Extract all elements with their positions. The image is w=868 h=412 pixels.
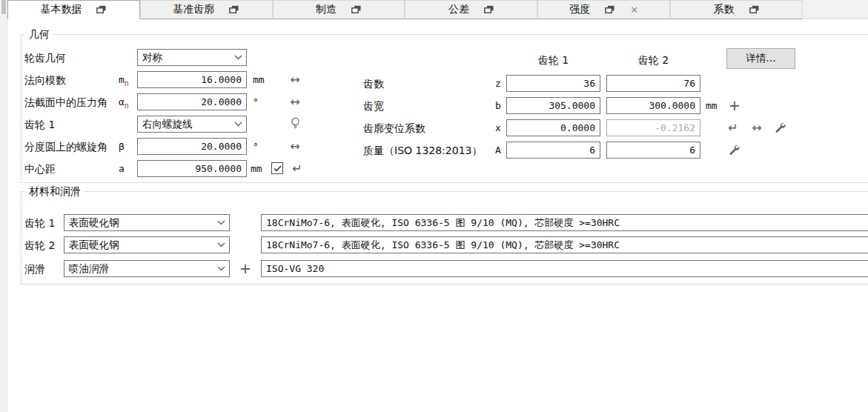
material-gear1-spec-field[interactable]: 18CrNiMo7-6, 表面硬化, ISO 6336-5 图 9/10 (MQ… [261,214,868,231]
material-gear2-label: 齿轮 2 [24,238,55,253]
material-gear1-label: 齿轮 1 [24,216,55,230]
helix-direction-select[interactable]: 右向螺旋线 [137,116,247,133]
materials-legend: 材料和润滑 [25,185,85,197]
pressure-angle-input[interactable]: 20.0000 [137,93,247,110]
selected-value: 右向螺旋线 [142,118,193,131]
teeth-gear2-input[interactable]: 76 [606,75,700,92]
tooth-geometry-label: 轮齿几何 [24,50,66,65]
tab-label: 公差 [448,3,469,16]
profile-shift-label: 齿廓变位系数 [363,121,425,136]
tab-strength[interactable]: 强度 ✕ [537,0,670,19]
helix-angle-unit: ° [253,138,259,155]
convert-swap-icon[interactable]: ↔ [288,138,302,155]
chevron-down-icon [217,266,225,271]
profile-shift-gear2-input: -0.2162 [606,119,700,136]
tab-basic-data[interactable]: 基本数据 [7,0,140,19]
lubrication-label: 润滑 [24,262,45,276]
profile-shift-symbol: x [495,121,501,136]
center-distance-symbol: a [119,162,125,176]
helix-angle-input[interactable]: 20.0000 [137,138,247,155]
normal-module-input[interactable]: 16.0000 [137,71,247,88]
pressure-angle-symbol: αn [119,95,129,113]
center-distance-unit: mm [251,160,262,177]
chevron-down-icon [234,55,242,60]
tab-bar-filler [803,0,868,19]
sizing-wrench-icon[interactable] [728,144,740,156]
helix-angle-symbol: β [119,139,125,154]
detach-window-icon[interactable] [96,5,107,14]
tab-bar: 基本数据 基准齿廓 制造 公差 强度 ✕ 系数 [7,0,803,19]
center-distance-checkbox[interactable] [271,162,283,174]
gear1-direction-label: 齿轮 1 [24,117,55,132]
tooth-geometry-select[interactable]: 对称 [137,49,247,66]
tab-label: 制造 [316,3,337,16]
detach-window-icon[interactable] [605,5,615,14]
return-indicator-icon: ↵ [291,160,304,177]
selected-value: 表面硬化钢 [69,216,119,230]
hint-lightbulb-icon[interactable] [291,117,300,130]
scrollbar-thumb[interactable] [1,0,6,14]
quality-label: 质量（ISO 1328:2013） [363,143,482,158]
tab-factors[interactable]: 系数 [670,0,803,19]
material-gear1-select[interactable]: 表面硬化钢 [64,214,230,231]
sizing-wrench-icon[interactable] [774,122,786,133]
material-gear2-select[interactable]: 表面硬化钢 [64,236,230,253]
chevron-down-icon [217,220,225,225]
convert-swap-icon[interactable]: ↔ [288,93,302,110]
normal-module-symbol: mn [119,73,129,91]
face-width-gear2-input[interactable]: 300.0000 [606,97,700,114]
tab-label: 基准齿廓 [173,3,214,16]
chevron-down-icon [217,242,225,247]
convert-swap-icon[interactable]: ↔ [288,71,302,88]
plus-icon[interactable]: + [239,260,252,277]
detach-window-icon[interactable] [749,5,760,14]
face-width-unit: mm [706,97,718,114]
teeth-gear1-input[interactable]: 36 [506,75,600,92]
tab-manufacturing[interactable]: 制造 [273,0,405,19]
quality-symbol: A [495,143,501,158]
teeth-label: 齿数 [363,76,384,91]
selected-value: 表面硬化钢 [69,239,119,252]
gear1-column-header: 齿轮 1 [506,53,600,67]
face-width-gear1-input[interactable]: 305.0000 [506,97,600,114]
tab-tolerances[interactable]: 公差 [405,0,537,19]
left-scrollbar[interactable] [0,0,7,412]
pressure-angle-label: 法截面中的压力角 [24,95,107,110]
tab-label: 系数 [714,3,735,16]
detach-window-icon[interactable] [229,5,239,14]
center-distance-label: 中心距 [24,162,56,176]
plus-icon[interactable]: + [728,97,741,114]
quality-gear2-input[interactable]: 6 [606,142,700,159]
gear2-column-header: 齿轮 2 [606,53,700,67]
face-width-label: 齿宽 [363,99,384,113]
quality-gear1-input[interactable]: 6 [506,142,600,159]
teeth-symbol: z [495,76,501,91]
selected-value: 喷油润滑 [69,262,109,276]
geometry-legend: 几何 [25,28,53,40]
normal-module-unit: mm [253,71,265,88]
pressure-angle-unit: ° [253,93,259,110]
lubrication-select[interactable]: 喷油润滑 [64,260,230,277]
helix-angle-label: 分度圆上的螺旋角 [24,139,107,154]
tab-label: 基本数据 [40,3,82,16]
return-indicator-icon: ↵ [726,119,740,136]
close-tab-icon[interactable]: ✕ [630,5,638,15]
chevron-down-icon [234,122,242,127]
face-width-symbol: b [495,99,501,113]
detach-window-icon[interactable] [351,5,362,14]
lubricant-spec-field[interactable]: ISO-VG 320 [261,260,868,277]
material-gear2-spec-field[interactable]: 18CrNiMo7-6, 表面硬化, ISO 6336-5 图 9/10 (MQ… [261,236,868,253]
tab-reference-profile[interactable]: 基准齿廓 [140,0,273,19]
normal-module-label: 法向模数 [24,73,66,87]
tab-label: 强度 [569,3,590,16]
basic-data-panel: 基本数据 基准齿廓 制造 公差 强度 ✕ 系数 几何 轮齿几何 对称 [0,0,868,412]
convert-swap-icon[interactable]: ↔ [750,119,763,136]
selected-value: 对称 [142,51,162,64]
center-distance-input[interactable]: 950.0000 [137,160,247,177]
profile-shift-gear1-input[interactable]: 0.0000 [506,119,600,136]
detach-window-icon[interactable] [484,5,494,14]
details-button[interactable]: 详情… [726,48,795,69]
